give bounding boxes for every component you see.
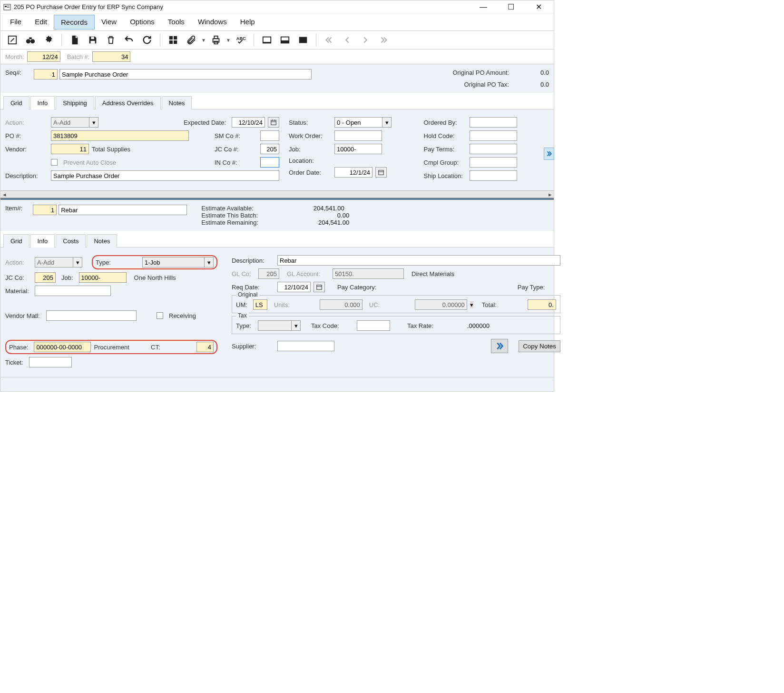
detail-jcco-field[interactable] (35, 272, 56, 283)
taxcode-field[interactable] (357, 320, 390, 331)
uc-dropdown[interactable]: ▾ (470, 301, 473, 308)
menu-file[interactable]: File (3, 15, 28, 30)
tab-detail-costs[interactable]: Costs (56, 234, 86, 248)
tab-grid[interactable]: Grid (3, 96, 29, 109)
window1-icon[interactable] (259, 33, 275, 47)
cmpl-field[interactable] (470, 157, 517, 168)
ticket-field[interactable] (29, 357, 72, 367)
payterms-field[interactable] (470, 144, 517, 154)
nav-last-icon[interactable] (375, 33, 392, 47)
menu-view[interactable]: View (95, 15, 123, 30)
edit-icon[interactable] (4, 33, 20, 47)
tab-info[interactable]: Info (30, 96, 55, 109)
nav-prev-icon[interactable] (339, 33, 355, 47)
calendar-icon[interactable] (268, 117, 279, 128)
status-label: Status: (289, 119, 332, 126)
prevent-auto-close-checkbox[interactable] (51, 159, 58, 166)
menu-windows[interactable]: Windows (191, 15, 234, 30)
job-field[interactable] (334, 144, 382, 154)
detail-action-combo[interactable]: ▾ (35, 257, 82, 267)
new-icon[interactable] (67, 33, 83, 47)
chevron-down-icon[interactable]: ▾ (89, 117, 98, 128)
grid-icon[interactable] (165, 33, 181, 47)
seq-field[interactable] (34, 69, 58, 79)
tab-detail-notes[interactable]: Notes (87, 234, 117, 248)
status-combo[interactable]: ▾ (334, 117, 392, 128)
tab-detail-info[interactable]: Info (30, 234, 55, 248)
workorder-field[interactable] (334, 130, 382, 141)
calendar-icon[interactable] (314, 282, 325, 292)
expand-panel-button[interactable] (544, 148, 554, 160)
action-combo[interactable]: ▾ (51, 117, 98, 128)
menu-edit[interactable]: Edit (28, 15, 54, 30)
expand-button[interactable] (491, 339, 508, 353)
item-desc-field[interactable] (59, 205, 187, 215)
detail-job-field[interactable] (79, 272, 127, 283)
menu-records[interactable]: Records (54, 15, 95, 30)
orderdate-field[interactable] (334, 167, 372, 178)
horizontal-scrollbar[interactable]: ◂ ▸ (0, 190, 554, 198)
shiploc-field[interactable] (470, 170, 517, 181)
detail-jcco-label: JC Co: (5, 274, 32, 281)
chevron-down-icon[interactable]: ▾ (204, 257, 214, 267)
supplier-field[interactable] (277, 341, 334, 351)
month-field[interactable] (27, 51, 60, 62)
receiving-checkbox[interactable] (157, 312, 163, 319)
item-field[interactable] (33, 205, 57, 215)
po-field[interactable] (51, 130, 189, 141)
minimize-button[interactable]: — (474, 3, 493, 11)
attachment-icon[interactable] (183, 33, 199, 47)
type-combo[interactable]: ▾ (142, 257, 214, 267)
menu-options[interactable]: Options (123, 15, 161, 30)
total-field[interactable] (528, 299, 556, 310)
hold-field[interactable] (470, 130, 517, 141)
vendor-field[interactable] (51, 144, 89, 154)
menu-tools[interactable]: Tools (161, 15, 191, 30)
taxtype-combo[interactable]: ▾ (258, 320, 301, 331)
close-button[interactable]: ✕ (529, 2, 548, 11)
ct-field[interactable] (196, 342, 214, 352)
expected-date-field[interactable] (232, 117, 265, 128)
um-field[interactable] (253, 299, 267, 310)
tab-detail-grid[interactable]: Grid (3, 234, 29, 248)
nav-next-icon[interactable] (357, 33, 373, 47)
chevron-down-icon[interactable]: ▾ (382, 117, 392, 128)
undo-icon[interactable] (121, 33, 137, 47)
seq-desc-field[interactable] (59, 69, 312, 79)
orderedby-label: Ordered By: (424, 119, 467, 126)
tab-shipping[interactable]: Shipping (56, 96, 94, 109)
smco-field[interactable] (260, 130, 279, 141)
maximize-button[interactable]: ☐ (501, 2, 520, 11)
window3-icon[interactable] (295, 33, 311, 47)
material-field[interactable] (35, 286, 111, 296)
desc-field[interactable] (51, 170, 279, 181)
menu-help[interactable]: Help (234, 15, 262, 30)
orderedby-field[interactable] (470, 117, 517, 128)
copy-notes-button[interactable]: Copy Notes (519, 340, 560, 352)
spellcheck-icon[interactable]: ABC (233, 33, 249, 47)
jcco-field[interactable] (260, 144, 279, 154)
uc-label: UC: (369, 301, 412, 308)
binoculars-icon[interactable] (22, 33, 39, 47)
svg-rect-10 (91, 37, 94, 40)
detail-desc-field[interactable] (277, 255, 560, 266)
nav-first-icon[interactable] (321, 33, 337, 47)
scroll-right-icon[interactable]: ▸ (546, 191, 554, 198)
scroll-left-icon[interactable]: ◂ (0, 191, 8, 198)
tab-notes[interactable]: Notes (162, 96, 192, 109)
refresh-icon[interactable] (139, 33, 155, 47)
save-icon[interactable] (85, 33, 101, 47)
gear-icon[interactable] (40, 33, 57, 47)
reqdate-field[interactable] (277, 282, 311, 292)
calendar-icon[interactable] (375, 167, 387, 178)
vendmatl-field[interactable] (46, 310, 137, 321)
window2-icon[interactable] (277, 33, 293, 47)
phase-field[interactable] (34, 342, 91, 352)
chevron-down-icon[interactable]: ▾ (291, 320, 301, 331)
delete-icon[interactable] (103, 33, 119, 47)
tab-address-overrides[interactable]: Address Overrides (95, 96, 161, 109)
chevron-down-icon[interactable]: ▾ (73, 257, 82, 267)
print-icon[interactable] (208, 33, 224, 47)
batch-field[interactable] (92, 51, 130, 62)
inco-field[interactable] (260, 157, 279, 168)
